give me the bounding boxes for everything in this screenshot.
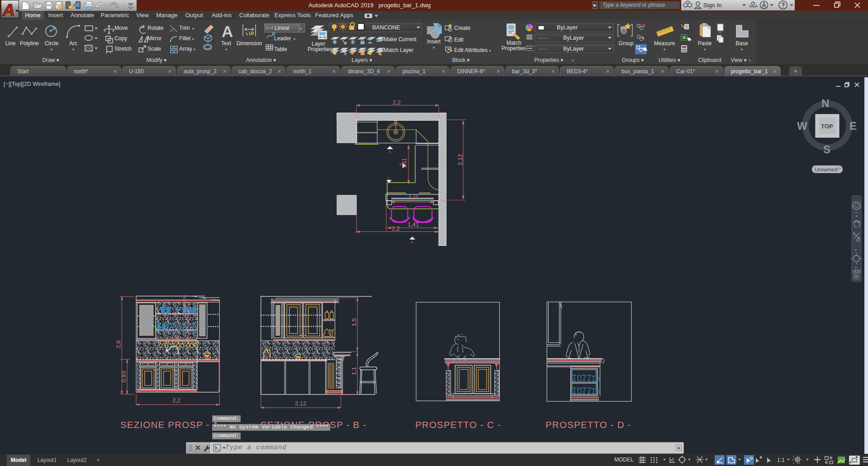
svg-text:2,12: 2,12 [295,400,306,407]
svg-text:A: A [389,150,391,153]
svg-text:SEZIONE PROSP - A: SEZIONE PROSP - A [120,419,219,430]
svg-text:C: C [387,177,389,180]
svg-text:PROSPETTO - D -: PROSPETTO - D - [545,419,631,430]
svg-text:W: W [797,120,807,132]
svg-text:Unnamed: Unnamed [815,167,837,172]
svg-text:D: D [411,240,413,244]
svg-text:TOP: TOP [821,123,833,130]
svg-text:0,46 0,34: 0,46 0,34 [182,295,187,312]
svg-text:2,12: 2,12 [457,154,464,165]
svg-text:S: S [823,143,830,155]
svg-text:1,5: 1,5 [351,318,357,326]
svg-text:E: E [849,120,857,132]
svg-text:A: A [2,1,15,19]
svg-text:Sign In: Sign In [703,2,721,9]
svg-text:B: B [399,163,402,166]
svg-text:1,1: 1,1 [351,367,357,375]
svg-text:PROSPETTO - C -: PROSPETTO - C - [415,419,501,430]
svg-text:2,6: 2,6 [115,340,122,348]
svg-text:1,06: 1,06 [171,335,180,340]
svg-text:1,41: 1,41 [408,221,419,228]
svg-text:1:1: 1:1 [777,457,785,463]
svg-text:2,2: 2,2 [392,225,400,232]
svg-text:0,93: 0,93 [120,371,127,382]
svg-text:A: A [222,23,233,40]
svg-text:2,2: 2,2 [172,397,180,404]
svg-text:N: N [821,97,829,109]
svg-text:1,11: 1,11 [408,194,419,201]
svg-text:2,2: 2,2 [393,99,401,106]
